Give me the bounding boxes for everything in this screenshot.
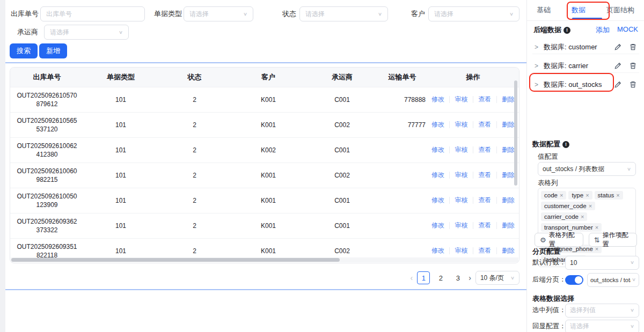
default-rows-select[interactable]: 10 ∨ bbox=[565, 256, 639, 270]
action-separator bbox=[496, 121, 497, 128]
add-datasource-link[interactable]: 添加 bbox=[596, 25, 610, 35]
row-action-2[interactable]: 查看 bbox=[478, 120, 491, 129]
filter-status-select[interactable]: 请选择 ∨ bbox=[299, 6, 388, 21]
search-button[interactable]: 搜索 bbox=[10, 43, 38, 58]
row-action-3[interactable]: 删除 bbox=[502, 221, 515, 230]
column-tag-label: carrier_code bbox=[544, 213, 579, 220]
selected-column-select[interactable]: 选择列值 ∨ bbox=[565, 304, 639, 318]
delete-icon[interactable] bbox=[629, 80, 637, 88]
table-selection-header: 表格数据选择 bbox=[527, 294, 644, 304]
value-config-select[interactable]: out_stocks / 列表数据 ∨ bbox=[538, 162, 636, 176]
remove-tag-icon[interactable]: × bbox=[581, 213, 584, 220]
row-action-0[interactable]: 修改 bbox=[431, 221, 444, 230]
page-1[interactable]: 1 bbox=[417, 271, 430, 284]
cell-customer: K001 bbox=[231, 112, 305, 137]
row-action-0[interactable]: 修改 bbox=[431, 246, 444, 255]
datasource-label: 数据库: out_stocks bbox=[544, 80, 607, 90]
column-header-1: 单据类型 bbox=[84, 68, 158, 87]
page-3[interactable]: 3 bbox=[451, 271, 464, 284]
datasource-item-2[interactable]: >数据库: out_stocks bbox=[527, 75, 644, 94]
tab-structure[interactable]: 页面结构 bbox=[606, 5, 634, 15]
chevron-right-icon[interactable]: > bbox=[535, 43, 538, 51]
row-action-3[interactable]: 删除 bbox=[502, 246, 515, 255]
row-action-2[interactable]: 查看 bbox=[478, 221, 491, 230]
row-action-2[interactable]: 查看 bbox=[478, 246, 491, 255]
row-action-0[interactable]: 修改 bbox=[431, 145, 444, 154]
row-action-2[interactable]: 查看 bbox=[478, 196, 491, 205]
remove-tag-icon[interactable]: × bbox=[595, 224, 598, 231]
edit-icon[interactable] bbox=[614, 80, 622, 88]
cell-actions: 修改审核查看删除 bbox=[426, 87, 519, 112]
remove-tag-icon[interactable]: × bbox=[589, 203, 592, 209]
tab-data[interactable]: 数据 bbox=[572, 5, 586, 15]
action-config-label: 操作项配置 bbox=[603, 231, 632, 249]
chevron-down-icon: ∨ bbox=[119, 29, 123, 35]
row-action-3[interactable]: 删除 bbox=[502, 95, 515, 104]
cell-customer: K001 bbox=[231, 87, 305, 112]
backend-data-header: 后端数据! 添加 MOCK bbox=[527, 25, 644, 35]
row-action-1[interactable]: 审核 bbox=[455, 171, 468, 180]
backend-paging-row: 后端分页： out_stocks / total ∨ bbox=[527, 275, 644, 284]
row-action-3[interactable]: 删除 bbox=[502, 145, 515, 154]
add-button[interactable]: 新增 bbox=[39, 43, 67, 58]
tabs-divider bbox=[527, 20, 644, 21]
cell-carrier: C001 bbox=[305, 137, 379, 163]
row-action-2[interactable]: 查看 bbox=[478, 95, 491, 104]
page-size-select[interactable]: 10 条/页 ∨ bbox=[475, 271, 519, 285]
column-config-button[interactable]: ⚙ 表格列配置 bbox=[535, 233, 583, 247]
row-action-3[interactable]: 删除 bbox=[502, 120, 515, 129]
tab-basic[interactable]: 基础 bbox=[537, 5, 551, 15]
action-separator bbox=[496, 96, 497, 103]
chevron-right-icon[interactable]: > bbox=[535, 62, 538, 70]
row-action-0[interactable]: 修改 bbox=[431, 171, 444, 180]
gear-icon: ⚙ bbox=[540, 236, 546, 244]
cell-carrier: C001 bbox=[305, 188, 379, 213]
action-separator bbox=[473, 121, 473, 128]
row-action-0[interactable]: 修改 bbox=[431, 196, 444, 205]
backend-paging-toggle[interactable] bbox=[565, 275, 583, 285]
page-2[interactable]: 2 bbox=[434, 271, 447, 284]
vertical-scrollbar[interactable] bbox=[514, 80, 517, 186]
row-action-1[interactable]: 审核 bbox=[455, 196, 468, 205]
action-config-button[interactable]: ⇅ 操作项配置 bbox=[589, 233, 637, 247]
row-action-3[interactable]: 删除 bbox=[502, 196, 515, 205]
backend-paging-select[interactable]: out_stocks / total ∨ bbox=[587, 273, 639, 287]
remove-tag-icon[interactable]: × bbox=[586, 192, 589, 198]
action-separator bbox=[496, 247, 497, 254]
cell-type: 101 bbox=[84, 112, 158, 137]
row-action-0[interactable]: 修改 bbox=[431, 120, 444, 129]
row-action-1[interactable]: 审核 bbox=[455, 145, 468, 154]
row-action-2[interactable]: 查看 bbox=[478, 171, 491, 180]
delete-icon[interactable] bbox=[629, 43, 637, 51]
chevron-right-icon[interactable]: > bbox=[535, 81, 538, 88]
delete-icon[interactable] bbox=[629, 62, 637, 70]
out-stocks-table: 出库单号单据类型状态客户承运商运输单号操作 OUT202509261057087… bbox=[10, 68, 519, 263]
horizontal-scrollbar[interactable] bbox=[11, 258, 340, 262]
cell-actions: 修改审核查看删除 bbox=[426, 188, 519, 213]
mock-link[interactable]: MOCK bbox=[617, 25, 638, 35]
echo-config-select[interactable]: 请选择 ∨ bbox=[565, 320, 639, 332]
row-action-1[interactable]: 审核 bbox=[455, 95, 468, 104]
remove-tag-icon[interactable]: × bbox=[560, 192, 563, 198]
remove-tag-icon[interactable]: × bbox=[616, 192, 619, 198]
row-action-1[interactable]: 审核 bbox=[455, 221, 468, 230]
edit-icon[interactable] bbox=[614, 43, 622, 51]
filter-carrier-select[interactable]: 请选择 ∨ bbox=[44, 25, 129, 40]
filter-customer-select[interactable]: 请选择 ∨ bbox=[428, 6, 519, 21]
filter-code-label: 出库单号 bbox=[11, 6, 39, 21]
row-action-1[interactable]: 审核 bbox=[455, 246, 468, 255]
row-action-2[interactable]: 查看 bbox=[478, 145, 491, 154]
prev-page-icon[interactable]: ‹ bbox=[411, 274, 413, 282]
filter-code-input[interactable]: 出库单号 bbox=[40, 6, 145, 21]
row-action-1[interactable]: 审核 bbox=[455, 120, 468, 129]
row-action-3[interactable]: 删除 bbox=[502, 171, 515, 180]
edit-icon[interactable] bbox=[614, 62, 622, 70]
next-page-icon[interactable]: › bbox=[469, 274, 471, 282]
info-icon: ! bbox=[564, 27, 570, 34]
row-action-0[interactable]: 修改 bbox=[431, 95, 444, 104]
config-panel: 基础 数据 页面结构 后端数据! 添加 MOCK >数据库: customer>… bbox=[526, 0, 644, 332]
cell-carrier: C002 bbox=[305, 112, 379, 137]
cell-type: 101 bbox=[84, 213, 158, 238]
filter-type-select[interactable]: 请选择 ∨ bbox=[184, 6, 253, 21]
column-header-5: 运输单号 bbox=[379, 68, 426, 87]
